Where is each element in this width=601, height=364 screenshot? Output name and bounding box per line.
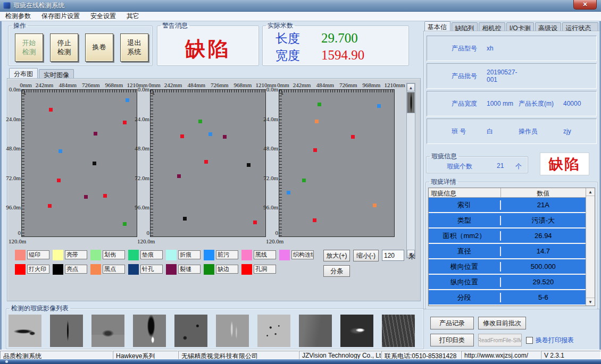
defect-image-2[interactable] bbox=[50, 315, 83, 347]
defect-detail-row[interactable]: 面积（mm2）26.94 bbox=[429, 228, 586, 244]
split-button[interactable]: 分条 bbox=[323, 265, 350, 277]
defect-image-1[interactable] bbox=[9, 315, 41, 347]
legend-item: 辊印 bbox=[15, 250, 53, 260]
windows-taskbar[interactable] bbox=[0, 359, 601, 364]
defect-marker-red[interactable] bbox=[204, 160, 208, 164]
scroll-up-icon[interactable]: ▲ bbox=[407, 83, 415, 91]
defect-image-10[interactable] bbox=[382, 315, 415, 347]
zoom-out-button[interactable]: 缩小(-) bbox=[353, 250, 379, 261]
defect-marker-maroon[interactable] bbox=[84, 195, 88, 199]
defect-detail-row[interactable]: 类型污渍-大 bbox=[429, 213, 586, 228]
defect-image-3[interactable] bbox=[91, 315, 124, 347]
defect-marker-green[interactable] bbox=[123, 222, 127, 226]
defect-marker-green[interactable] bbox=[318, 103, 321, 106]
defect-marker-red[interactable] bbox=[57, 179, 61, 182]
defect-image-7[interactable] bbox=[257, 315, 290, 347]
defect-marker-green[interactable] bbox=[198, 120, 202, 123]
start-detection-button[interactable]: 开始 检测 bbox=[15, 33, 43, 62]
tab-running-status[interactable]: 运行状态信息 bbox=[562, 22, 598, 31]
scrollbar-thumb[interactable] bbox=[407, 92, 415, 113]
defect-marker-red[interactable] bbox=[48, 204, 52, 208]
menu-item-3[interactable]: 安全设置 bbox=[85, 11, 121, 21]
length-label: 长度 bbox=[276, 30, 321, 47]
defect-marker-red[interactable] bbox=[49, 108, 53, 112]
tab-realtime-image[interactable]: 实时图像 bbox=[39, 69, 74, 78]
change-roll-button[interactable]: 换卷 bbox=[85, 33, 113, 62]
defect-marker-maroon[interactable] bbox=[177, 174, 181, 178]
defect-detail-row[interactable]: 直径14.7 bbox=[429, 244, 586, 259]
y-max-label: 120.0m bbox=[266, 238, 283, 244]
defect-marker-red[interactable] bbox=[123, 121, 127, 124]
defect-marker-red[interactable] bbox=[313, 218, 316, 222]
defect-marker-black[interactable] bbox=[93, 162, 96, 165]
read-from-file-button[interactable]: ReadFromFile-SIM bbox=[478, 334, 522, 346]
defect-marker-blue[interactable] bbox=[126, 98, 129, 102]
defect-marker-maroon[interactable] bbox=[94, 132, 97, 136]
defect-marker-red[interactable] bbox=[180, 134, 184, 138]
x-tick-label: 242mm bbox=[164, 82, 182, 88]
close-button[interactable]: ✕ bbox=[573, 0, 597, 10]
defect-marker-orange[interactable] bbox=[373, 204, 377, 207]
y-tick-label: 0.0m bbox=[266, 86, 278, 92]
tab-basic-info[interactable]: 基本信息 bbox=[424, 21, 450, 31]
defect-marker-green[interactable] bbox=[302, 179, 306, 182]
defect-image-6[interactable] bbox=[216, 315, 249, 347]
tab-advanced-settings[interactable]: 高级设置 bbox=[535, 22, 561, 31]
charts-scrollbar[interactable]: ▲ ▼ bbox=[406, 83, 415, 258]
defect-marker-red[interactable] bbox=[351, 135, 355, 139]
defect-detail-row[interactable]: 索引21A bbox=[429, 198, 586, 213]
defect-marker-red[interactable] bbox=[103, 194, 107, 198]
x-tick-label: 0mm bbox=[148, 82, 161, 88]
x-tick-label: 0mm bbox=[20, 82, 32, 88]
defect-image-8[interactable] bbox=[299, 315, 332, 347]
table-scroll-down-icon[interactable]: ▼ bbox=[586, 298, 595, 306]
legend-item: 裂缝 bbox=[166, 264, 204, 275]
defect-marker-orange[interactable] bbox=[315, 120, 319, 123]
defect-detail-row[interactable]: 横向位置500.000 bbox=[429, 259, 586, 275]
exit-system-button[interactable]: 退出 系统 bbox=[120, 33, 148, 62]
defect-marker-black[interactable] bbox=[183, 217, 187, 221]
defect-image-4[interactable] bbox=[133, 315, 166, 347]
scatter-plot-lane-3[interactable]: 1 bbox=[279, 89, 395, 237]
defect-marker-red[interactable] bbox=[253, 221, 257, 224]
stop-detection-button[interactable]: 停止 检测 bbox=[50, 33, 78, 62]
tab-distribution-map[interactable]: 分布图 bbox=[9, 68, 38, 78]
menu-item-2[interactable]: 保存图片设置 bbox=[36, 11, 85, 21]
tab-io-card-test[interactable]: I/O卡测试 bbox=[506, 22, 534, 31]
reprint-checkbox-label: 换卷打印报表 bbox=[536, 336, 574, 345]
defect-marker-black[interactable] bbox=[247, 163, 251, 167]
zoom-controls: 放大(+) 缩小(-) 米 分条 bbox=[323, 249, 419, 278]
defect-marker-blue[interactable] bbox=[208, 132, 212, 136]
tab-defect-list[interactable]: 缺陷列表 bbox=[452, 22, 478, 31]
modify-batch-button[interactable]: 修改目前批次 bbox=[478, 317, 526, 329]
y-tick-label: 96.0m bbox=[263, 204, 278, 210]
product-record-button[interactable]: 产品记录 bbox=[430, 317, 474, 329]
detail-property: 直径 bbox=[429, 247, 501, 256]
reprint-checkbox[interactable] bbox=[526, 337, 533, 344]
scatter-plot-lane-1[interactable]: 1 bbox=[21, 89, 137, 237]
info-label: 产品宽度 bbox=[452, 99, 487, 108]
menu-item-4[interactable]: 其它 bbox=[121, 11, 145, 21]
defect-image-5[interactable] bbox=[174, 315, 207, 347]
defect-image-9[interactable] bbox=[340, 315, 373, 347]
table-scroll-up-icon[interactable]: ▲ bbox=[586, 188, 595, 196]
defect-marker-blue[interactable] bbox=[377, 104, 381, 108]
defect-detail-row[interactable]: 纵向位置29.520 bbox=[429, 275, 586, 290]
defect-marker-red[interactable] bbox=[313, 148, 317, 152]
thumbnail-strip bbox=[6, 313, 423, 347]
defect-image-gallery: 检测的瑕疵影像列表 bbox=[6, 304, 424, 349]
scatter-plot-lane-2[interactable]: 1 bbox=[150, 89, 266, 237]
defect-detail-row[interactable]: 分段5-6 bbox=[429, 290, 586, 306]
defect-marker-blue[interactable] bbox=[287, 191, 290, 194]
menu-item-1[interactable]: 检测参数 bbox=[0, 11, 36, 21]
x-tick-label: 242mm bbox=[36, 82, 54, 88]
x-tick-label: 968mm bbox=[363, 82, 381, 88]
defect-marker-maroon[interactable] bbox=[223, 135, 227, 139]
meters-range-input[interactable] bbox=[382, 250, 404, 261]
zoom-in-button[interactable]: 放大(+) bbox=[323, 250, 350, 261]
tab-camera-control[interactable]: 相机控制 bbox=[479, 22, 505, 31]
y-tick-label: 24.0m bbox=[6, 116, 21, 122]
print-sort-button[interactable]: 打印归类 bbox=[430, 334, 474, 346]
table-scrollbar[interactable]: ▲ ▼ bbox=[586, 188, 595, 306]
defect-marker-blue[interactable] bbox=[59, 149, 62, 153]
